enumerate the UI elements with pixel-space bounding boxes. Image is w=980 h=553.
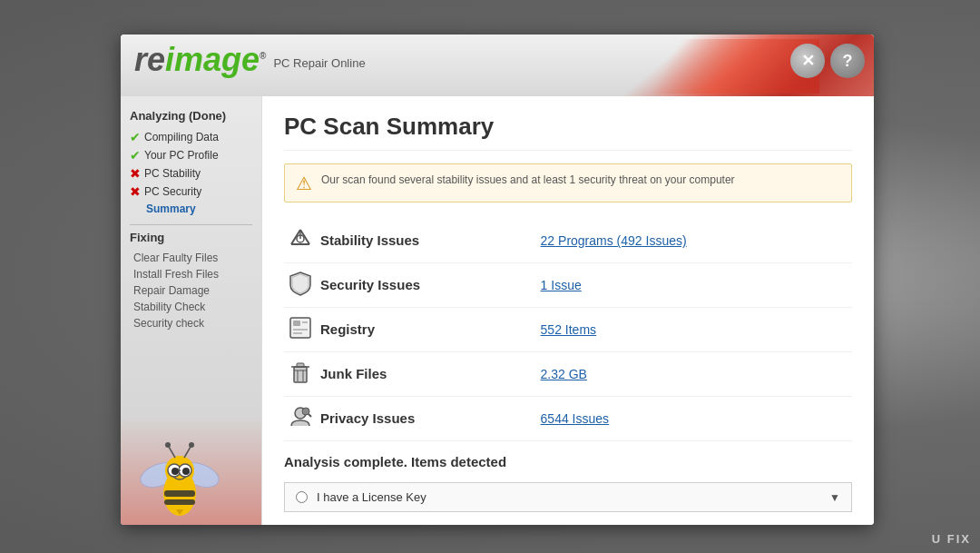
registry-name-cell: Registry (317, 308, 537, 352)
bottom-right-label: U FIX (932, 532, 971, 546)
svg-line-11 (169, 447, 175, 458)
sidebar-item-profile: ✔ Your PC Profile (130, 148, 252, 163)
sidebar-divider (130, 224, 252, 225)
fixing-title: Fixing (130, 231, 252, 244)
logo-tagline: PC Repair Online (273, 56, 365, 70)
window-body: Analyzing (Done) ✔ Compiling Data ✔ Your… (121, 96, 874, 525)
check-green-icon-2: ✔ (130, 148, 141, 163)
registry-name: Registry (320, 321, 375, 337)
svg-rect-3 (164, 490, 195, 497)
stability-name-cell: Stability Issues (317, 219, 537, 263)
issues-table: Stability Issues 22 Programs (492 Issues… (284, 219, 852, 441)
check-red-icon-2: ✖ (130, 184, 141, 199)
main-window: reimage® PC Repair Online ✕ ? Analyzing … (121, 35, 874, 525)
sidebar-item-compiling: ✔ Compiling Data (130, 130, 252, 144)
privacy-icon-cell (284, 397, 317, 441)
junk-name: Junk Files (320, 366, 387, 381)
stability-value-cell[interactable]: 22 Programs (492 Issues) (537, 219, 852, 263)
registry-icon (288, 315, 313, 341)
svg-point-14 (189, 442, 194, 448)
registry-icon-cell (284, 308, 317, 352)
logo-area: reimage® PC Repair Online (134, 44, 366, 76)
analysis-complete-text: Analysis complete. Items detected (284, 454, 852, 469)
security-value[interactable]: 1 Issue (541, 278, 582, 292)
security-value-cell[interactable]: 1 Issue (537, 263, 852, 308)
logo-re: re (134, 41, 165, 78)
stability-icon (288, 226, 313, 252)
junk-icon-cell (284, 352, 317, 397)
stability-icon-cell (284, 219, 317, 263)
bee-mascot (134, 425, 225, 525)
mascot-area (121, 416, 261, 525)
svg-rect-26 (294, 367, 307, 382)
privacy-value-cell[interactable]: 6544 Issues (537, 397, 852, 441)
sidebar-label-profile[interactable]: Your PC Profile (144, 149, 219, 162)
sidebar: Analyzing (Done) ✔ Compiling Data ✔ Your… (121, 96, 261, 525)
svg-line-34 (309, 414, 311, 417)
sidebar-item-security: ✖ PC Security (130, 184, 252, 199)
page-title: PC Scan Summary (284, 113, 852, 151)
junk-icon (289, 360, 312, 385)
sidebar-label-compiling[interactable]: Compiling Data (144, 131, 219, 143)
svg-point-8 (172, 468, 179, 475)
table-row: Junk Files 2.32 GB (284, 352, 852, 397)
analyzing-title: Analyzing (Done) (130, 109, 252, 123)
sidebar-label-stability[interactable]: PC Stability (144, 167, 201, 180)
license-radio[interactable] (296, 491, 308, 503)
close-button[interactable]: ✕ (790, 44, 825, 78)
fixing-security-check[interactable]: Security check (130, 317, 252, 330)
security-name: Security Issues (320, 277, 420, 292)
fixing-install-fresh[interactable]: Install Fresh Files (130, 268, 252, 281)
help-icon: ? (843, 52, 853, 71)
svg-point-33 (302, 408, 309, 415)
svg-point-9 (182, 468, 190, 475)
close-icon: ✕ (801, 51, 815, 71)
warning-banner: ⚠ Our scan found several stability issue… (284, 163, 852, 202)
help-button[interactable]: ? (830, 44, 865, 78)
logo-text: reimage® (134, 44, 266, 76)
logo-registered: ® (260, 51, 266, 61)
table-row: Privacy Issues 6544 Issues (284, 397, 852, 441)
privacy-icon (288, 404, 313, 430)
privacy-name-cell: Privacy Issues (317, 397, 537, 441)
svg-point-12 (165, 442, 171, 448)
sidebar-label-summary[interactable]: Summary (146, 202, 196, 215)
svg-rect-4 (164, 499, 195, 505)
security-icon (289, 271, 312, 296)
window-header: reimage® PC Repair Online ✕ ? (121, 35, 874, 96)
stability-name: Stability Issues (320, 232, 419, 248)
fixing-repair-damage[interactable]: Repair Damage (130, 284, 252, 297)
security-icon-cell (284, 263, 317, 308)
warning-text: Our scan found several stability issues … (321, 172, 735, 188)
svg-line-13 (184, 447, 191, 458)
registry-value[interactable]: 552 Items (541, 322, 596, 337)
junk-name-cell: Junk Files (317, 352, 537, 397)
privacy-name: Privacy Issues (320, 410, 415, 426)
junk-value-cell[interactable]: 2.32 GB (537, 352, 852, 397)
window-controls: ✕ ? (790, 44, 865, 78)
table-row: Stability Issues 22 Programs (492 Issues… (284, 219, 852, 263)
svg-rect-22 (293, 321, 300, 326)
warning-icon: ⚠ (296, 173, 312, 194)
content-inner: PC Scan Summary ⚠ Our scan found several… (262, 96, 874, 525)
table-row: Security Issues 1 Issue (284, 263, 852, 308)
check-green-icon: ✔ (130, 130, 141, 144)
license-key-row[interactable]: I have a License Key ▼ (284, 482, 852, 512)
table-row: Registry 552 Items (284, 308, 852, 352)
sidebar-item-stability: ✖ PC Stability (130, 166, 252, 181)
dropdown-arrow-icon: ▼ (829, 491, 840, 504)
sidebar-label-security[interactable]: PC Security (144, 185, 201, 198)
privacy-value[interactable]: 6544 Issues (541, 411, 610, 426)
fixing-stability-check[interactable]: Stability Check (130, 301, 252, 313)
check-red-icon: ✖ (130, 166, 141, 181)
fixing-clear-faulty[interactable]: Clear Faulty Files (130, 252, 252, 264)
junk-value[interactable]: 2.32 GB (541, 367, 587, 381)
sidebar-item-summary: Summary (130, 202, 252, 215)
stability-value[interactable]: 22 Programs (492 Issues) (541, 233, 687, 248)
license-text: I have a License Key (317, 490, 829, 504)
main-content: PC Scan Summary ⚠ Our scan found several… (261, 96, 874, 525)
registry-value-cell[interactable]: 552 Items (537, 308, 852, 352)
logo-image: image (165, 41, 260, 78)
security-name-cell: Security Issues (317, 263, 537, 308)
